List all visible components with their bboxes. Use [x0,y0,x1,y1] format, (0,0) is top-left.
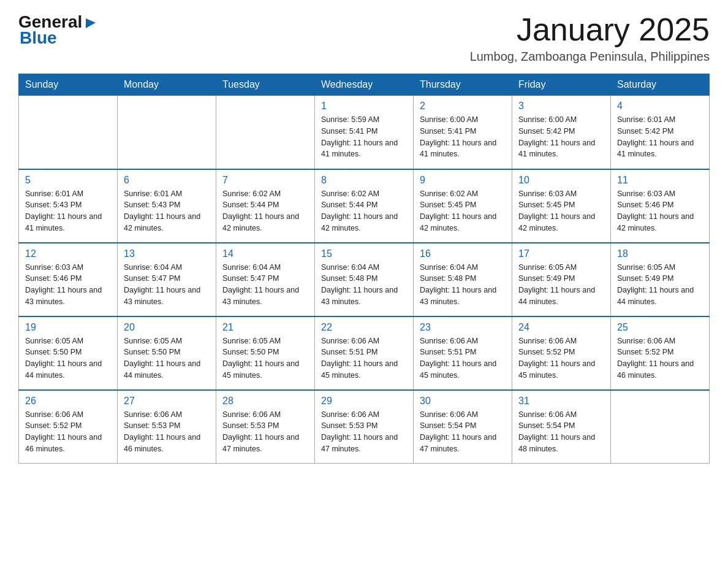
day-number: 21 [222,322,308,333]
calendar-cell: 8Sunrise: 6:02 AM Sunset: 5:44 PM Daylig… [315,169,414,243]
calendar-cell: 24Sunrise: 6:06 AM Sunset: 5:52 PM Dayli… [512,316,611,390]
svg-marker-0 [86,18,96,28]
day-number: 13 [124,248,210,259]
calendar-cell: 22Sunrise: 6:06 AM Sunset: 5:51 PM Dayli… [315,316,414,390]
day-info: Sunrise: 6:04 AM Sunset: 5:48 PM Dayligh… [420,262,506,308]
header-sunday: Sunday [19,74,118,96]
header-tuesday: Tuesday [216,74,315,96]
day-info: Sunrise: 6:02 AM Sunset: 5:45 PM Dayligh… [420,188,506,234]
day-info: Sunrise: 6:01 AM Sunset: 5:43 PM Dayligh… [124,188,210,234]
day-number: 2 [420,101,506,112]
calendar-cell: 18Sunrise: 6:05 AM Sunset: 5:49 PM Dayli… [611,243,710,316]
calendar-cell [19,96,118,169]
calendar-cell: 28Sunrise: 6:06 AM Sunset: 5:53 PM Dayli… [216,390,315,464]
calendar-cell: 30Sunrise: 6:06 AM Sunset: 5:54 PM Dayli… [414,390,512,464]
day-info: Sunrise: 6:01 AM Sunset: 5:42 PM Dayligh… [617,114,703,160]
day-number: 29 [321,396,407,407]
day-info: Sunrise: 6:06 AM Sunset: 5:52 PM Dayligh… [25,409,111,455]
day-number: 12 [25,248,111,259]
calendar-cell: 31Sunrise: 6:06 AM Sunset: 5:54 PM Dayli… [512,390,611,464]
logo-blue-text: Blue [20,28,57,48]
day-info: Sunrise: 6:00 AM Sunset: 5:41 PM Dayligh… [420,114,506,160]
calendar-cell: 10Sunrise: 6:03 AM Sunset: 5:45 PM Dayli… [512,169,611,243]
day-number: 6 [124,175,210,186]
day-number: 30 [420,396,506,407]
calendar-header-row: Sunday Monday Tuesday Wednesday Thursday… [19,74,710,96]
calendar-week-row: 26Sunrise: 6:06 AM Sunset: 5:52 PM Dayli… [19,390,710,464]
calendar-cell: 27Sunrise: 6:06 AM Sunset: 5:53 PM Dayli… [118,390,216,464]
day-info: Sunrise: 6:04 AM Sunset: 5:47 PM Dayligh… [124,262,210,308]
day-info: Sunrise: 6:06 AM Sunset: 5:53 PM Dayligh… [321,409,407,455]
calendar-cell: 21Sunrise: 6:05 AM Sunset: 5:50 PM Dayli… [216,316,315,390]
day-number: 5 [25,175,111,186]
calendar-cell: 12Sunrise: 6:03 AM Sunset: 5:46 PM Dayli… [19,243,118,316]
day-number: 17 [518,248,604,259]
day-number: 10 [518,175,604,186]
day-number: 20 [124,322,210,333]
calendar-week-row: 19Sunrise: 6:05 AM Sunset: 5:50 PM Dayli… [19,316,710,390]
calendar-cell: 3Sunrise: 6:00 AM Sunset: 5:42 PM Daylig… [512,96,611,169]
calendar-cell: 16Sunrise: 6:04 AM Sunset: 5:48 PM Dayli… [414,243,512,316]
day-number: 23 [420,322,506,333]
day-info: Sunrise: 6:01 AM Sunset: 5:43 PM Dayligh… [25,188,111,234]
calendar-cell [611,390,710,464]
calendar-title: January 2025 [470,12,710,47]
header-saturday: Saturday [611,74,710,96]
day-info: Sunrise: 6:05 AM Sunset: 5:50 PM Dayligh… [25,335,111,381]
day-number: 16 [420,248,506,259]
day-info: Sunrise: 6:02 AM Sunset: 5:44 PM Dayligh… [222,188,308,234]
day-info: Sunrise: 6:06 AM Sunset: 5:53 PM Dayligh… [124,409,210,455]
calendar-week-row: 12Sunrise: 6:03 AM Sunset: 5:46 PM Dayli… [19,243,710,316]
day-number: 1 [321,101,407,112]
day-info: Sunrise: 6:05 AM Sunset: 5:49 PM Dayligh… [518,262,604,308]
day-number: 26 [25,396,111,407]
day-info: Sunrise: 6:05 AM Sunset: 5:50 PM Dayligh… [124,335,210,381]
day-info: Sunrise: 6:06 AM Sunset: 5:51 PM Dayligh… [321,335,407,381]
calendar-week-row: 1Sunrise: 5:59 AM Sunset: 5:41 PM Daylig… [19,96,710,169]
calendar-table: Sunday Monday Tuesday Wednesday Thursday… [18,74,710,464]
header-wednesday: Wednesday [315,74,414,96]
calendar-cell: 20Sunrise: 6:05 AM Sunset: 5:50 PM Dayli… [118,316,216,390]
calendar-cell: 6Sunrise: 6:01 AM Sunset: 5:43 PM Daylig… [118,169,216,243]
calendar-cell: 4Sunrise: 6:01 AM Sunset: 5:42 PM Daylig… [611,96,710,169]
day-info: Sunrise: 6:06 AM Sunset: 5:54 PM Dayligh… [420,409,506,455]
day-number: 11 [617,175,703,186]
calendar-cell: 13Sunrise: 6:04 AM Sunset: 5:47 PM Dayli… [118,243,216,316]
day-number: 25 [617,322,703,333]
header-monday: Monday [118,74,216,96]
day-info: Sunrise: 6:06 AM Sunset: 5:52 PM Dayligh… [518,335,604,381]
day-number: 9 [420,175,506,186]
day-number: 4 [617,101,703,112]
day-number: 27 [124,396,210,407]
calendar-cell: 7Sunrise: 6:02 AM Sunset: 5:44 PM Daylig… [216,169,315,243]
calendar-week-row: 5Sunrise: 6:01 AM Sunset: 5:43 PM Daylig… [19,169,710,243]
day-info: Sunrise: 6:03 AM Sunset: 5:46 PM Dayligh… [25,262,111,308]
calendar-cell: 14Sunrise: 6:04 AM Sunset: 5:47 PM Dayli… [216,243,315,316]
calendar-cell: 17Sunrise: 6:05 AM Sunset: 5:49 PM Dayli… [512,243,611,316]
calendar-cell: 15Sunrise: 6:04 AM Sunset: 5:48 PM Dayli… [315,243,414,316]
calendar-cell: 25Sunrise: 6:06 AM Sunset: 5:52 PM Dayli… [611,316,710,390]
day-number: 28 [222,396,308,407]
day-info: Sunrise: 5:59 AM Sunset: 5:41 PM Dayligh… [321,114,407,160]
day-info: Sunrise: 6:02 AM Sunset: 5:44 PM Dayligh… [321,188,407,234]
day-number: 7 [222,175,308,186]
logo-triangle-icon [83,16,97,29]
calendar-subtitle: Lumbog, Zamboanga Peninsula, Philippines [470,50,710,64]
calendar-cell: 26Sunrise: 6:06 AM Sunset: 5:52 PM Dayli… [19,390,118,464]
day-info: Sunrise: 6:04 AM Sunset: 5:48 PM Dayligh… [321,262,407,308]
calendar-cell: 23Sunrise: 6:06 AM Sunset: 5:51 PM Dayli… [414,316,512,390]
day-info: Sunrise: 6:04 AM Sunset: 5:47 PM Dayligh… [222,262,308,308]
calendar-cell: 29Sunrise: 6:06 AM Sunset: 5:53 PM Dayli… [315,390,414,464]
day-number: 18 [617,248,703,259]
day-number: 19 [25,322,111,333]
calendar-cell: 19Sunrise: 6:05 AM Sunset: 5:50 PM Dayli… [19,316,118,390]
logo: General Blue [18,12,97,48]
calendar-cell: 1Sunrise: 5:59 AM Sunset: 5:41 PM Daylig… [315,96,414,169]
day-number: 31 [518,396,604,407]
day-info: Sunrise: 6:06 AM Sunset: 5:52 PM Dayligh… [617,335,703,381]
calendar-cell [118,96,216,169]
day-info: Sunrise: 6:05 AM Sunset: 5:49 PM Dayligh… [617,262,703,308]
day-info: Sunrise: 6:06 AM Sunset: 5:53 PM Dayligh… [222,409,308,455]
day-number: 3 [518,101,604,112]
calendar-cell: 2Sunrise: 6:00 AM Sunset: 5:41 PM Daylig… [414,96,512,169]
